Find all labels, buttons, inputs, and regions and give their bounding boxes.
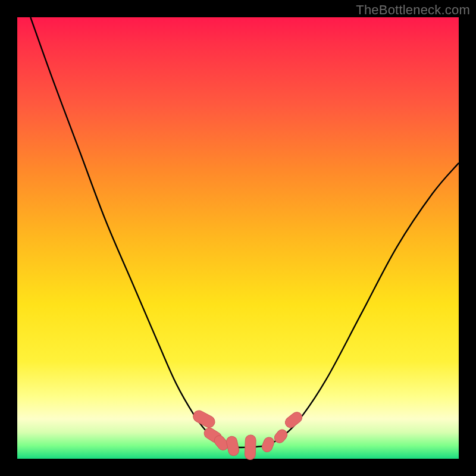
curve-marker bbox=[191, 409, 217, 430]
curve-layer bbox=[30, 17, 459, 447]
curve-marker bbox=[283, 410, 305, 430]
curve-marker bbox=[226, 436, 240, 457]
chart-svg bbox=[17, 17, 459, 459]
curve-marker bbox=[273, 428, 289, 445]
bottleneck-curve bbox=[30, 17, 459, 447]
marker-layer bbox=[191, 409, 304, 460]
plot-area bbox=[17, 17, 459, 459]
watermark-text: TheBottleneck.com bbox=[356, 2, 470, 18]
curve-marker bbox=[261, 436, 275, 453]
outer-frame: TheBottleneck.com bbox=[0, 0, 476, 476]
curve-marker bbox=[245, 435, 256, 460]
